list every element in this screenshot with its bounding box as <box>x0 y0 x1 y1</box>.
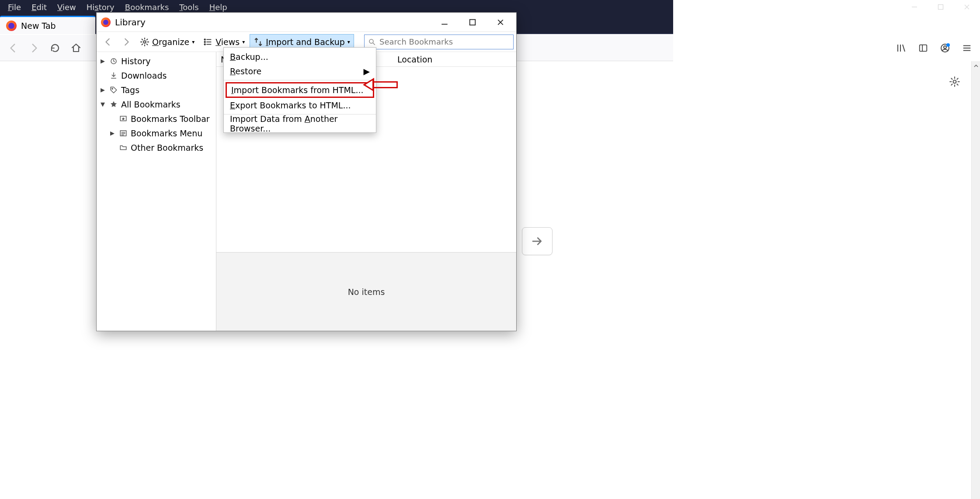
nav-reload-button[interactable] <box>45 38 65 58</box>
nav-right-controls <box>892 35 977 61</box>
tab-label: New Tab <box>21 21 56 31</box>
tab-new-tab[interactable]: New Tab <box>0 16 95 34</box>
tree-label: Downloads <box>121 71 167 80</box>
tree-other-bookmarks[interactable]: Other Bookmarks <box>97 140 216 155</box>
svg-point-11 <box>946 43 950 47</box>
library-window-controls <box>436 16 512 29</box>
caret-down-icon: ▾ <box>348 39 350 45</box>
tree-all-bookmarks[interactable]: ▼ All Bookmarks <box>97 97 216 111</box>
library-search-input[interactable] <box>379 37 510 46</box>
tree-tags[interactable]: ▶ Tags <box>97 83 216 97</box>
svg-point-20 <box>143 41 146 43</box>
svg-point-26 <box>205 44 206 45</box>
library-close-button[interactable] <box>492 16 509 29</box>
svg-rect-7 <box>920 45 927 52</box>
menu-file[interactable]: File <box>3 1 26 14</box>
library-detail-pane: No items <box>216 252 516 331</box>
organize-button[interactable]: Organize ▾ <box>136 34 198 50</box>
menu-export-html[interactable]: Export Bookmarks to HTML... <box>224 98 376 112</box>
svg-point-10 <box>944 46 946 49</box>
star-icon <box>109 100 118 108</box>
library-minimize-button[interactable] <box>436 16 453 29</box>
library-forward-button[interactable] <box>118 34 135 50</box>
menu-edit[interactable]: Edit <box>26 1 52 14</box>
app-menu-button[interactable] <box>957 38 977 58</box>
tree-label: History <box>121 56 151 66</box>
window-minimize-button[interactable] <box>901 0 928 14</box>
menu-history[interactable]: History <box>81 1 120 14</box>
menu-import-html[interactable]: Import Bookmarks from HTML... <box>226 82 374 98</box>
expand-icon[interactable]: ▶ <box>99 58 106 64</box>
collapse-icon[interactable]: ▼ <box>99 101 106 107</box>
svg-rect-17 <box>470 19 476 25</box>
library-button[interactable] <box>892 38 911 58</box>
submenu-arrow-icon: ▶ <box>363 66 370 76</box>
search-icon <box>368 38 376 46</box>
svg-point-31 <box>112 88 113 89</box>
sidebar-button[interactable] <box>914 38 933 58</box>
list-icon <box>203 37 213 47</box>
nav-home-button[interactable] <box>66 38 86 58</box>
page-settings-gear-icon[interactable] <box>949 76 960 87</box>
caret-down-icon: ▾ <box>192 39 195 45</box>
library-sidebar: ▶ History Downloads ▶ Tags ▼ All Bookmar… <box>97 52 216 331</box>
library-maximize-button[interactable] <box>464 16 481 29</box>
caret-down-icon: ▾ <box>242 39 245 45</box>
star-outline-icon <box>118 115 128 123</box>
tree-history[interactable]: ▶ History <box>97 54 216 68</box>
tree-label: Bookmarks Menu <box>131 128 202 138</box>
nav-forward-button[interactable] <box>24 38 44 58</box>
gear-icon <box>140 37 149 47</box>
tree-label: Bookmarks Toolbar <box>131 114 210 124</box>
svg-point-25 <box>205 41 206 42</box>
window-controls <box>901 0 980 14</box>
menu-restore[interactable]: Restore▶ <box>224 64 376 78</box>
account-button[interactable] <box>935 38 955 58</box>
menu-tools[interactable]: Tools <box>174 1 204 14</box>
menu-import-another-browser[interactable]: Import Data from Another Browser... <box>224 116 376 131</box>
tree-downloads[interactable]: Downloads <box>97 68 216 83</box>
import-export-icon <box>254 37 263 47</box>
tree-label: All Bookmarks <box>121 100 181 109</box>
firefox-icon <box>6 21 17 31</box>
menu-separator <box>224 80 376 80</box>
window-maximize-button[interactable] <box>928 0 954 14</box>
svg-line-28 <box>373 43 375 45</box>
annotation-arrow <box>363 78 399 92</box>
library-title: Library <box>115 17 146 28</box>
nav-back-button[interactable] <box>3 38 23 58</box>
search-go-button[interactable] <box>522 227 553 255</box>
menu-list-icon <box>118 129 128 137</box>
menu-backup[interactable]: Backup... <box>224 49 376 64</box>
expand-icon[interactable]: ▶ <box>109 130 116 136</box>
svg-rect-1 <box>938 5 943 10</box>
tree-bookmarks-toolbar[interactable]: Bookmarks Toolbar <box>97 111 216 126</box>
svg-point-24 <box>205 39 206 40</box>
column-location[interactable]: Location <box>393 55 516 64</box>
tree-label: Other Bookmarks <box>131 143 203 152</box>
library-back-button[interactable] <box>99 34 117 50</box>
empty-state-text: No items <box>348 287 385 297</box>
window-close-button[interactable] <box>954 0 980 14</box>
svg-line-6 <box>903 45 905 52</box>
library-search-box[interactable] <box>364 35 514 49</box>
download-icon <box>109 72 118 80</box>
folder-icon <box>118 144 128 152</box>
expand-icon[interactable]: ▶ <box>99 87 106 93</box>
menu-view[interactable]: View <box>52 1 81 14</box>
menu-help[interactable]: Help <box>204 1 233 14</box>
firefox-icon <box>101 17 111 27</box>
vertical-scrollbar[interactable] <box>971 61 980 499</box>
tag-icon <box>109 86 118 94</box>
svg-point-27 <box>369 39 373 43</box>
clock-icon <box>109 57 118 65</box>
scroll-up-icon[interactable] <box>972 61 980 71</box>
tree-label: Tags <box>121 85 139 95</box>
menu-bookmarks[interactable]: Bookmarks <box>120 1 174 14</box>
library-titlebar[interactable]: Library <box>97 13 516 32</box>
import-backup-menu: Backup... Restore▶ Import Bookmarks from… <box>223 47 376 133</box>
svg-point-15 <box>953 80 956 83</box>
tree-bookmarks-menu[interactable]: ▶ Bookmarks Menu <box>97 126 216 140</box>
